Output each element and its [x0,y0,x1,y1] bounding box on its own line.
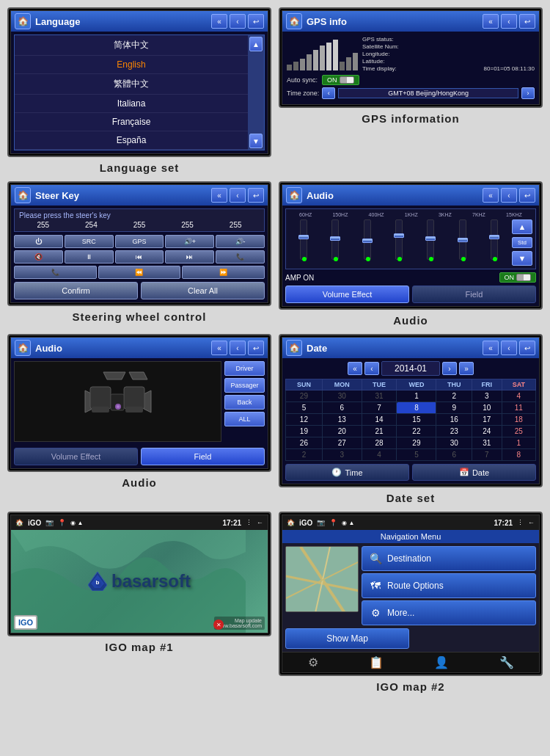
audio-seats-nav-p[interactable]: ‹ [230,341,246,355]
cal-day-5-6[interactable]: 8 [502,449,535,461]
steer-btn-vol-up[interactable]: 🔊+ [165,235,214,248]
audio-seats-nav-pp[interactable]: « [211,341,227,355]
audio-seats-nav-back[interactable]: ↩ [248,341,264,355]
cal-prev-prev-btn[interactable]: « [348,362,362,375]
cal-day-3-6[interactable]: 25 [502,426,535,437]
date-nav-p[interactable]: ‹ [501,341,517,355]
steer-btn-mute[interactable]: 🔇 [14,250,63,263]
igo1-home-icon[interactable]: 🏠 [15,519,23,526]
steer-btn-call[interactable]: 📞 [216,250,265,263]
cal-day-0-4[interactable]: 2 [436,390,472,402]
igo1-close-btn[interactable]: ✕ [213,619,224,630]
nav-destination-btn[interactable]: 🔍 Destination [362,546,536,571]
language-nav-prev[interactable]: ‹ [230,14,246,29]
steer-btn-ffw[interactable]: ⏩ [182,266,265,279]
steer-clearall-btn[interactable]: Clear All [141,282,265,299]
nav-bottom-user-icon[interactable]: 👤 [434,655,449,669]
nav-bottom-list-icon[interactable]: 📋 [369,655,384,669]
cal-day-4-1[interactable]: 27 [322,437,362,449]
cal-day-1-6[interactable]: 11 [502,402,535,414]
igo2-back-icon[interactable]: ← [528,519,535,526]
nav-bottom-tools-icon[interactable]: 🔧 [499,655,514,669]
steer-btn-next[interactable]: ⏭ [165,250,214,263]
passenger-btn[interactable]: Passager [224,378,265,393]
gps-nav-prev[interactable]: ‹ [501,14,517,29]
cal-day-5-2[interactable]: 4 [362,449,397,461]
tz-prev-btn[interactable]: ‹ [322,87,335,99]
cal-day-1-3[interactable]: 8 [397,402,436,414]
eq-up-btn[interactable]: ▲ [512,219,532,234]
eq-thumb-3[interactable] [394,233,404,238]
cal-day-2-5[interactable]: 17 [472,414,502,426]
cal-day-0-3[interactable]: 1 [397,390,436,402]
audio-eq-nav-back[interactable]: ↩ [519,188,535,203]
time-btn[interactable]: 🕐 Time [285,464,409,481]
cal-day-2-3[interactable]: 15 [397,414,436,426]
cal-prev-btn[interactable]: ‹ [364,362,379,375]
cal-day-3-1[interactable]: 20 [322,426,362,437]
gps-home-btn[interactable]: 🏠 [286,13,302,29]
eq-thumb-4[interactable] [425,236,436,241]
cal-day-4-5[interactable]: 31 [472,437,502,449]
cal-day-3-2[interactable]: 21 [362,426,397,437]
steer-btn-rew[interactable]: ⏪ [98,266,181,279]
eq-thumb-0[interactable] [298,235,309,239]
lang-item-2[interactable]: 繁體中文 [15,74,248,95]
audio-seats-home-btn[interactable]: 🏠 [15,340,31,356]
nav-more-btn[interactable]: ⚙ More... [362,600,536,625]
scroll-up-btn[interactable]: ▲ [249,37,263,51]
cal-day-5-5[interactable]: 7 [472,449,502,461]
cal-day-0-2[interactable]: 31 [362,390,397,402]
steer-btn-power[interactable]: ⏻ [14,235,63,248]
steer-btn-gps[interactable]: GPS [115,235,164,248]
steer-nav-pp[interactable]: « [211,188,227,203]
cal-day-4-4[interactable]: 30 [436,437,472,449]
cal-day-1-5[interactable]: 10 [472,402,502,414]
igo2-home-icon[interactable]: 🏠 [287,519,295,526]
language-home-btn[interactable]: 🏠 [15,13,31,29]
cal-day-2-6[interactable]: 18 [502,414,535,426]
date-home-btn[interactable]: 🏠 [286,340,302,356]
steer-btn-prev[interactable]: ⏮ [115,250,164,263]
audio-eq-nav-p[interactable]: ‹ [501,188,517,203]
cal-day-1-4[interactable]: 9 [436,402,472,414]
seats-field-btn[interactable]: Field [141,448,265,465]
cal-day-4-6[interactable]: 1 [502,437,535,449]
cal-day-5-0[interactable]: 2 [286,449,323,461]
eq-thumb-6[interactable] [489,235,499,239]
cal-next-next-btn[interactable]: » [459,362,474,375]
cal-day-4-0[interactable]: 26 [286,437,323,449]
igo1-back-icon[interactable]: ← [257,519,263,526]
cal-day-5-1[interactable]: 3 [322,449,362,461]
eq-std-btn[interactable]: Std [512,237,532,248]
igo1-menu-icon[interactable]: ⋮ [246,519,252,526]
eq-track-5[interactable] [459,219,466,260]
driver-btn[interactable]: Driver [224,361,265,376]
eq-thumb-5[interactable] [458,238,468,242]
audio-eq-nav-pp[interactable]: « [483,188,499,203]
language-nav-prev-prev[interactable]: « [211,14,227,29]
steer-confirm-btn[interactable]: Confirm [14,282,138,299]
eq-track-6[interactable] [491,219,498,260]
eq-thumb-2[interactable] [362,239,373,243]
cal-day-3-5[interactable]: 24 [472,426,502,437]
date-nav-pp[interactable]: « [483,341,499,355]
cal-day-2-0[interactable]: 12 [286,414,323,426]
cal-day-0-0[interactable]: 29 [286,390,323,402]
date-nav-back[interactable]: ↩ [519,341,535,355]
audio-voleffect-btn[interactable]: Volume Effect [285,286,409,303]
eq-track-3[interactable] [395,219,403,260]
eq-track-1[interactable] [331,219,339,260]
gps-autosync-toggle[interactable]: ON [322,75,359,85]
steer-btn-vol-down[interactable]: 🔊- [216,235,265,248]
lang-item-1[interactable]: English [15,56,248,74]
cal-day-0-5[interactable]: 3 [472,390,502,402]
audio-field-btn[interactable]: Field [412,286,536,303]
steer-btn-pause[interactable]: ⏸ [65,250,114,263]
cal-day-0-1[interactable]: 30 [322,390,362,402]
gps-nav-prev-prev[interactable]: « [483,14,499,29]
steer-home-btn[interactable]: 🏠 [15,187,31,203]
amp-on-toggle[interactable]: ON [499,272,537,283]
eq-track-4[interactable] [427,219,434,260]
cal-day-4-2[interactable]: 28 [362,437,397,449]
